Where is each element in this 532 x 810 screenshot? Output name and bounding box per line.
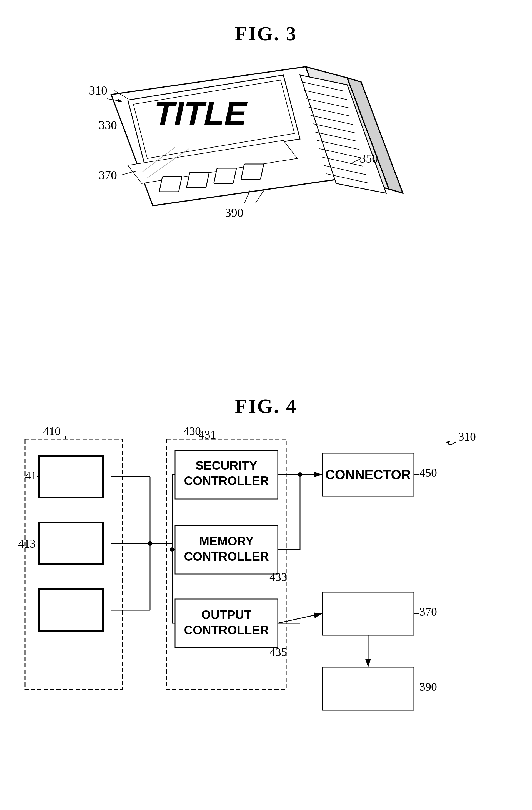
fig4-title: FIG. 4 [235,395,297,418]
svg-rect-45 [39,522,103,564]
svg-text:370: 370 [99,168,117,182]
svg-text:431: 431 [199,428,216,441]
svg-text:CONTROLLER: CONTROLLER [184,474,269,488]
svg-text:330: 330 [99,118,117,132]
svg-rect-24 [214,168,236,183]
svg-text:433: 433 [269,571,287,583]
svg-text:410: 410 [43,425,61,438]
svg-rect-44 [39,456,103,498]
svg-text:411: 411 [25,469,42,482]
fig4-diagram: SECURITY CONTROLLER MEMORY CONTROLLER OU… [17,425,517,792]
svg-rect-46 [39,589,103,631]
svg-text:435: 435 [269,646,287,659]
svg-text:350: 350 [360,152,378,165]
svg-rect-22 [159,177,182,192]
svg-text:CONTROLLER: CONTROLLER [184,623,269,637]
svg-text:CONTROLLER: CONTROLLER [184,550,269,563]
svg-text:310: 310 [89,84,107,97]
svg-text:413: 413 [18,537,36,550]
svg-text:390: 390 [419,680,437,693]
fig4-lines: SECURITY CONTROLLER MEMORY CONTROLLER OU… [17,425,517,792]
svg-text:390: 390 [225,206,243,220]
svg-text:OUTPUT: OUTPUT [201,608,252,621]
svg-text:310: 310 [459,430,476,443]
svg-rect-25 [241,164,264,179]
svg-text:MEMORY: MEMORY [199,534,254,548]
svg-text:450: 450 [419,467,437,479]
svg-marker-100 [446,441,450,444]
svg-line-77 [278,614,322,623]
svg-text:370: 370 [419,605,437,618]
svg-line-31 [255,190,264,203]
fig3-diagram: TITLE [55,39,472,359]
svg-rect-59 [322,667,414,710]
svg-text:TITLE: TITLE [151,95,251,132]
svg-point-70 [170,547,174,552]
svg-text:CONNECTOR: CONNECTOR [325,467,411,482]
svg-text:SECURITY: SECURITY [196,459,257,472]
page: FIG. 3 TITLE [0,0,532,810]
svg-rect-23 [186,172,209,188]
svg-text:430: 430 [183,425,201,438]
svg-rect-58 [322,592,414,635]
